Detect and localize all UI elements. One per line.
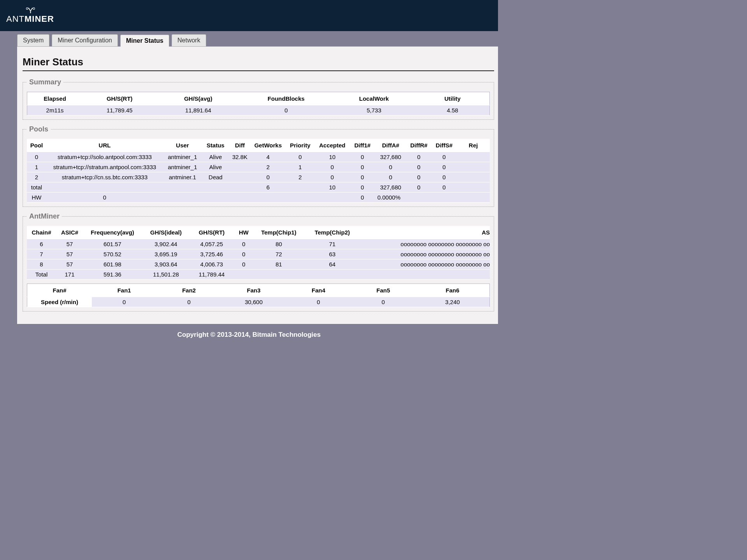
fans-table: Fan# Fan1 Fan2 Fan3 Fan4 Fan5 Fan6 Speed… [27,284,490,307]
fan1-val: 0 [92,297,156,307]
val-elapsed: 2m11s [27,105,83,116]
col-fan6: Fan6 [416,284,489,297]
antminer-legend: AntMiner [27,212,62,220]
summary-header-row: Elapsed GH/S(RT) GH/S(avg) FoundBlocks L… [27,92,490,105]
col-fan1: Fan1 [92,284,156,297]
nav-tabs: System Miner Configuration Miner Status … [0,31,498,46]
val-local-work: 5,733 [332,105,416,116]
fan3-val: 30,600 [221,297,286,307]
fan5-val: 0 [351,297,416,307]
col-ghs-rt2: GH/S(RT) [190,226,233,239]
tab-miner-configuration[interactable]: Miner Configuration [52,34,118,46]
col-diffa: DiffA# [375,139,406,152]
col-diffr: DiffR# [406,139,431,152]
col-diffs: DiffS# [431,139,457,152]
logo-antenna-icon: °Y° [26,7,35,14]
pools-section: Pools Pool URL User Status Diff GetWorks… [23,125,494,207]
antminer-table: Chain# ASIC# Frequency(avg) GH/S(ideal) … [27,226,490,280]
chain-row: 8 57 601.98 3,903.64 4,006.73 0 81 64 oo… [27,259,490,270]
pool-row: 1 stratum+tcp://stratum.antpool.com:3333… [27,162,490,172]
col-local-work: LocalWork [332,92,416,105]
col-accepted: Accepted [315,139,350,152]
col-elapsed: Elapsed [27,92,83,105]
col-rej: Rej [457,139,490,152]
antminer-logo: °Y° ANTMINER [6,7,54,24]
pool-hw-row: HW 0 0 0.0000% [27,192,490,203]
col-diff1: Diff1# [350,139,375,152]
tab-network[interactable]: Network [172,34,206,46]
col-ghs-rt: GH/S(RT) [82,92,156,105]
tab-miner-status[interactable]: Miner Status [120,35,169,47]
col-ghs-ideal: GH/S(ideal) [142,226,190,239]
col-fan3: Fan3 [221,284,286,297]
col-asic: ASIC# [56,226,83,239]
col-url: URL [46,139,163,152]
col-priority: Priority [286,139,315,152]
col-utility: Utility [416,92,489,105]
summary-section: Summary Elapsed GH/S(RT) GH/S(avg) Found… [23,78,494,120]
pool-row: 2 stratum+tcp://cn.ss.btc.com:3333 antmi… [27,172,490,182]
fans-row: Speed (r/min) 0 0 30,600 0 0 3,240 [27,297,490,307]
pools-legend: Pools [27,125,51,133]
col-chain: Chain# [27,226,56,239]
col-temp1: Temp(Chip1) [254,226,303,239]
chain-row: 6 57 601.57 3,902.44 4,057.25 0 80 71 oo… [27,239,490,249]
pool-row: 0 stratum+tcp://solo.antpool.com:3333 an… [27,152,490,162]
fan2-val: 0 [156,297,221,307]
col-found-blocks: FoundBlocks [240,92,332,105]
antminer-section: AntMiner Chain# ASIC# Frequency(avg) GH/… [23,212,494,312]
copyright-footer: Copyright © 2013-2014, Bitmain Technolog… [0,324,498,346]
summary-legend: Summary [27,78,63,86]
fans-header-row: Fan# Fan1 Fan2 Fan3 Fan4 Fan5 Fan6 [27,284,490,297]
col-ghs-avg: GH/S(avg) [156,92,240,105]
brand-thin: ANT [6,14,25,24]
summary-table: Elapsed GH/S(RT) GH/S(avg) FoundBlocks L… [27,92,490,116]
page-title: Miner Status [23,56,494,68]
antminer-header-row: Chain# ASIC# Frequency(avg) GH/S(ideal) … [27,226,490,239]
col-fan2: Fan2 [156,284,221,297]
col-diff: Diff [229,139,251,152]
val-ghs-rt: 11,789.45 [82,105,156,116]
col-temp2: Temp(Chip2) [303,226,361,239]
summary-row: 2m11s 11,789.45 11,891.64 0 5,733 4.58 [27,105,490,116]
content-panel: Miner Status Summary Elapsed GH/S(RT) GH… [17,46,498,324]
val-found-blocks: 0 [240,105,332,116]
chain-total-row: Total 171 591.36 11,501.28 11,789.44 [27,270,490,280]
header-bar: °Y° ANTMINER [0,0,498,31]
val-utility: 4.58 [416,105,489,116]
pools-table: Pool URL User Status Diff GetWorks Prior… [27,139,490,203]
col-user: User [163,139,202,152]
pool-total-row: total 6 10 0 327,680 0 0 [27,182,490,192]
col-fan4: Fan4 [286,284,351,297]
pools-header-row: Pool URL User Status Diff GetWorks Prior… [27,139,490,152]
col-asic-status: AS [361,226,490,239]
chain-row: 7 57 570.52 3,695.19 3,725.46 0 72 63 oo… [27,249,490,259]
col-fan-label: Fan# [27,284,92,297]
val-ghs-avg: 11,891.64 [156,105,240,116]
col-status: Status [202,139,229,152]
col-fan5: Fan5 [351,284,416,297]
brand-bold: MINER [25,14,54,24]
tab-system[interactable]: System [17,34,49,46]
col-hw: HW [233,226,254,239]
col-pool: Pool [27,139,46,152]
fan6-val: 3,240 [416,297,489,307]
title-divider [23,70,494,71]
col-getworks: GetWorks [251,139,286,152]
col-freq: Frequency(avg) [83,226,142,239]
fan4-val: 0 [286,297,351,307]
fan-row-label: Speed (r/min) [27,297,92,307]
